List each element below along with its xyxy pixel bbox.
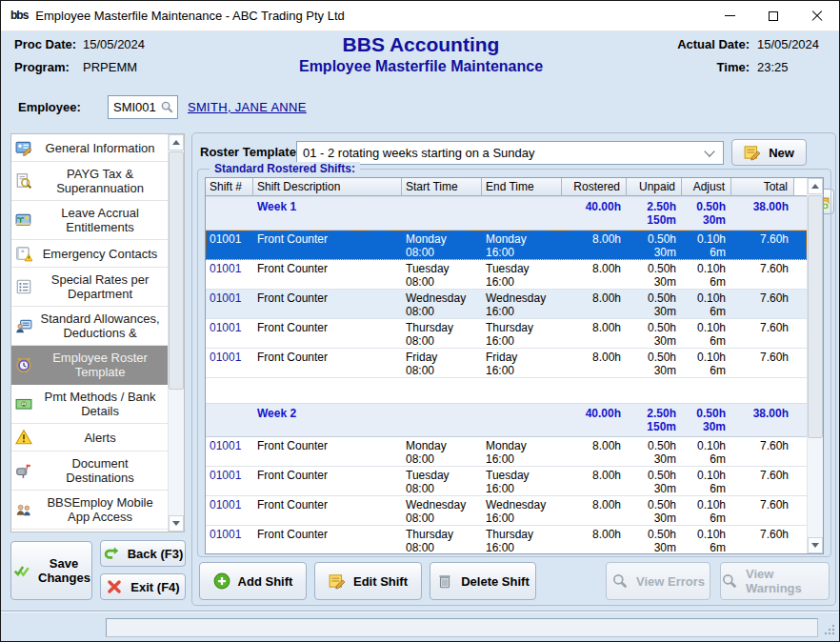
sidebar-item-standard-allowances-deductions[interactable]: Standard Allowances, Deductions & [11,307,168,346]
view-warnings-button[interactable]: View Warnings [720,562,830,600]
search-icon[interactable] [160,100,175,115]
scroll-up-icon[interactable] [808,178,823,194]
add-shift-button[interactable]: Add Shift [199,562,307,600]
column-header[interactable]: Adjust [682,178,731,196]
sidebar-item-label: Standard Allowances, Deductions & [34,311,166,341]
sidebar-item-custom-fields-attributes[interactable]: Custom Fields / Attributes [11,530,168,532]
table-header-row: Shift #Shift DescriptionStart TimeEnd Ti… [206,178,807,196]
sidebar-item-alerts[interactable]: Alerts [11,424,168,451]
shift-row[interactable]: 01001Front CounterFriday08:00Friday16:00… [206,349,807,378]
sidebar-item-special-rates-per-department[interactable]: Special Rates per Department [11,268,168,307]
shift-row[interactable]: 01001Front CounterWednesday08:00Wednesda… [206,496,807,526]
maximize-button[interactable] [751,1,795,30]
week-total: 38.00h [731,406,794,436]
sidebar-item-label: Pmt Methods / Bank Details [34,389,166,419]
resize-grip-icon[interactable] [824,624,835,635]
shift-unpaid: 0.50h30m [627,497,682,525]
view-errors-button[interactable]: View Errors [606,562,710,600]
sidebar-item-employee-roster-template[interactable]: Employee Roster Template [11,346,168,385]
exit-button[interactable]: Exit (F4) [100,573,186,600]
chevron-down-icon [704,146,714,156]
group-title: Standard Rostered Shifts: [210,162,360,175]
note-edit-icon [329,572,346,590]
week-summary-row[interactable]: Week 240.00h2.50h150m0.50h30m38.00h [206,403,807,437]
sidebar-item-label: Alerts [34,430,166,446]
back-button[interactable]: Back (F3) [100,540,186,567]
shift-row[interactable]: 01001Front CounterWednesday08:00Wednesda… [206,290,807,319]
sidebar-item-label: Emergency Contacts [34,246,166,262]
shift-row[interactable]: 01001Front CounterTuesday08:00Tuesday16:… [206,260,807,290]
table-scrollbar[interactable] [807,178,823,553]
contact-warning-icon [13,245,34,262]
roster-template-select[interactable]: 01 - 2 rotating weeks starting on a Sund… [296,141,724,165]
shift-row[interactable]: 01001Front CounterThursday08:00Thursday1… [206,319,807,349]
shift-end-time: Thursday16:00 [482,320,562,348]
column-header[interactable]: Rostered [562,178,627,196]
delete-shift-button[interactable]: Delete Shift [430,562,536,600]
window-title: Employee Masterfile Maintenance - ABC Tr… [35,9,344,23]
shift-row[interactable]: 01001Front CounterMonday08:00Monday16:00… [206,231,807,260]
scroll-up-icon[interactable] [169,134,184,150]
magnifier-icon [611,572,629,590]
sidebar-item-payg-tax-superannuation[interactable]: PAYG Tax & Superannuation [11,162,168,201]
week-summary-row[interactable]: Week 140.00h2.50h150m0.50h30m38.00h [206,196,807,231]
shift-row[interactable]: 01001Front CounterMonday08:00Monday16:00… [206,437,807,467]
shift-total: 7.60h [731,350,794,377]
table-scroll-thumb[interactable] [808,195,823,438]
beach-card-icon [13,211,34,229]
edit-shift-button[interactable]: Edit Shift [314,562,422,600]
shift-adjust: 0.10h6m [682,231,731,259]
shift-rostered: 8.00h [562,261,627,289]
sidebar-scroll-thumb[interactable] [169,151,184,390]
shift-description: Front Counter [253,527,402,553]
column-header[interactable]: Unpaid [627,178,682,196]
column-header[interactable]: End Time [482,178,562,196]
sidebar-item-pmt-methods-bank-details[interactable]: Pmt Methods / Bank Details [11,385,168,424]
shift-unpaid: 0.50h30m [627,231,682,259]
shift-number: 01001 [206,438,253,466]
close-button[interactable] [795,1,839,30]
shift-total: 7.60h [731,468,794,495]
minimize-button[interactable] [708,1,751,30]
shift-row[interactable]: 01001Front CounterTuesday08:00Tuesday16:… [206,467,807,496]
shift-start-time: Monday08:00 [402,231,482,259]
status-field [106,618,818,637]
shift-adjust: 0.10h6m [682,291,731,318]
shift-adjust: 0.10h6m [682,527,731,553]
bin-icon [436,572,453,590]
employee-code-field[interactable] [108,95,178,119]
column-header[interactable]: Shift # [206,178,253,196]
employee-code-input[interactable] [109,100,156,114]
shift-description: Front Counter [253,350,402,377]
roster-panel: Roster Template: 01 - 2 rotating weeks s… [191,132,836,606]
new-roster-template-button[interactable]: New [731,139,807,166]
minimize-icon [725,15,735,16]
sidebar-item-leave-accrual-entitlements[interactable]: Leave Accrual Entitlements [11,201,168,240]
program-value: PRPEMM [83,60,137,74]
time-value: 23:25 [757,60,826,74]
shift-row[interactable]: 01001Front CounterThursday08:00Thursday1… [206,526,807,553]
week-adjust: 0.50h30m [682,199,731,230]
scroll-down-icon[interactable] [808,537,823,553]
app-logo-icon: bbs [10,11,28,21]
people-icon [13,501,34,518]
column-header[interactable]: Total [731,178,794,196]
week-gap-row [206,378,807,403]
sidebar-item-document-destinations[interactable]: Document Destinations [11,451,168,491]
sidebar-item-general-information[interactable]: General Information [11,134,168,162]
list-icon [13,278,34,295]
column-header[interactable]: Start Time [402,178,482,196]
column-header[interactable]: Shift Description [253,178,402,196]
shift-rostered: 8.00h [562,320,627,348]
shift-unpaid: 0.50h30m [627,261,682,289]
standard-rostered-shifts-group: Standard Rostered Shifts: Shift #Shift D… [197,169,831,557]
sidebar-item-bbsemploy-mobile-app-access[interactable]: BBSEmploy Mobile App Access [11,491,168,530]
shift-adjust: 0.10h6m [682,261,731,289]
shift-unpaid: 0.50h30m [627,350,682,377]
week-total: 38.00h [731,199,794,230]
save-changes-button[interactable]: Save Changes [10,541,92,600]
scroll-down-icon[interactable] [169,515,184,532]
sidebar-item-emergency-contacts[interactable]: Emergency Contacts [11,240,168,268]
sidebar-scrollbar[interactable] [168,134,184,532]
employee-name-link[interactable]: SMITH, JANE ANNE [188,100,307,114]
